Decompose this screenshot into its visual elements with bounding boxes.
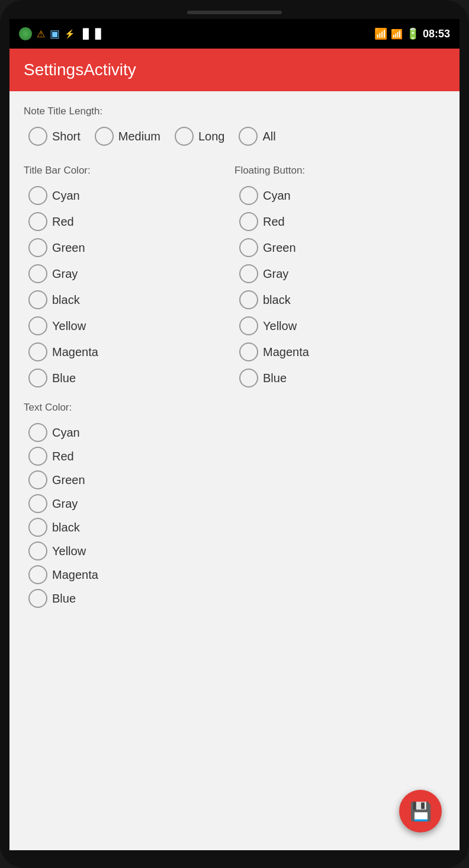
tbc-red[interactable]: Red (24, 210, 234, 233)
radio-tbc-black[interactable] (28, 290, 47, 309)
text-color-label: Text Color: (24, 402, 445, 414)
tc-black[interactable]: black (24, 515, 445, 539)
radio-tbc-cyan[interactable] (28, 186, 47, 205)
tc-magenta-label: Magenta (52, 568, 98, 582)
tc-black-label: black (52, 521, 80, 534)
radio-option-medium[interactable]: Medium (90, 124, 165, 148)
tc-green-label: Green (52, 473, 85, 487)
usb-icon: ⚡ (65, 29, 75, 39)
radio-option-short[interactable]: Short (24, 124, 85, 148)
title-bar-color-label: Title Bar Color: (24, 165, 234, 177)
tbc-gray-label: Gray (52, 267, 78, 281)
warning-icon: ⚠ (37, 28, 45, 40)
fb-red-label: Red (263, 215, 285, 229)
fb-black[interactable]: black (234, 288, 445, 312)
phone-frame: ⚠ ▣ ⚡ ▐▌▐▌ 📶 📶 🔋 08:53 SettingsActivity … (0, 0, 469, 868)
radio-tbc-gray[interactable] (28, 264, 47, 283)
app-bar-title: SettingsActivity (24, 60, 445, 79)
tbc-magenta[interactable]: Magenta (24, 340, 234, 364)
radio-medium[interactable] (95, 127, 114, 146)
radio-tbc-green[interactable] (28, 238, 47, 257)
radio-fb-cyan[interactable] (239, 186, 258, 205)
radio-fb-magenta[interactable] (239, 342, 258, 361)
tbc-cyan-label: Cyan (52, 189, 80, 203)
radio-tc-cyan[interactable] (28, 423, 47, 442)
save-button[interactable]: 💾 (399, 790, 442, 832)
fb-green-label: Green (263, 241, 296, 255)
radio-tbc-blue[interactable] (28, 369, 47, 387)
signal-bars-icon: 📶 (391, 28, 403, 40)
tbc-yellow-label: Yellow (52, 319, 86, 333)
radio-fb-black[interactable] (239, 290, 258, 309)
tc-cyan[interactable]: Cyan (24, 421, 445, 444)
tc-green[interactable]: Green (24, 468, 445, 492)
tbc-green[interactable]: Green (24, 236, 234, 260)
fb-yellow[interactable]: Yellow (234, 314, 445, 338)
floating-button-color-section: Floating Button: Cyan Red Green (234, 160, 445, 392)
radio-all-label: All (262, 130, 275, 143)
fb-cyan-label: Cyan (263, 189, 291, 203)
content-area: Note Title Length: Short Medium Long All (9, 91, 460, 850)
tbc-gray[interactable]: Gray (24, 262, 234, 286)
title-bar-color-section: Title Bar Color: Cyan Red Green (24, 160, 234, 392)
fb-green[interactable]: Green (234, 236, 445, 260)
tbc-black[interactable]: black (24, 288, 234, 312)
tc-magenta[interactable]: Magenta (24, 563, 445, 587)
fb-gray-label: Gray (263, 267, 288, 281)
phone-bottom-bar (9, 850, 460, 868)
tc-gray[interactable]: Gray (24, 492, 445, 515)
radio-tbc-red[interactable] (28, 212, 47, 231)
tc-cyan-label: Cyan (52, 426, 80, 440)
radio-option-all[interactable]: All (234, 124, 280, 148)
fb-red[interactable]: Red (234, 210, 445, 233)
radio-long-label: Long (198, 130, 225, 143)
radio-fb-gray[interactable] (239, 264, 258, 283)
radio-tbc-yellow[interactable] (28, 316, 47, 335)
radio-tc-gray[interactable] (28, 494, 47, 513)
radio-fb-green[interactable] (239, 238, 258, 257)
radio-short[interactable] (28, 127, 47, 146)
two-col-color-section: Title Bar Color: Cyan Red Green (24, 160, 445, 392)
radio-medium-label: Medium (118, 130, 160, 143)
radio-short-label: Short (52, 130, 81, 143)
radio-tc-yellow[interactable] (28, 542, 47, 560)
status-icons-right: 📶 📶 🔋 08:53 (374, 27, 450, 40)
floating-button-label: Floating Button: (234, 165, 445, 177)
radio-tbc-magenta[interactable] (28, 342, 47, 361)
save-icon: 💾 (410, 801, 432, 822)
tbc-blue[interactable]: Blue (24, 366, 234, 390)
signal-dot-icon (19, 27, 32, 40)
fb-yellow-label: Yellow (263, 319, 297, 333)
note-title-length-options: Short Medium Long All (24, 124, 445, 148)
fb-cyan[interactable]: Cyan (234, 184, 445, 207)
tbc-cyan[interactable]: Cyan (24, 184, 234, 207)
tbc-blue-label: Blue (52, 371, 76, 385)
fb-gray[interactable]: Gray (234, 262, 445, 286)
tc-blue[interactable]: Blue (24, 587, 445, 610)
radio-all[interactable] (239, 127, 258, 146)
radio-tc-blue[interactable] (28, 589, 47, 608)
tc-yellow[interactable]: Yellow (24, 539, 445, 563)
status-icons-left: ⚠ ▣ ⚡ ▐▌▐▌ (19, 27, 104, 40)
fb-blue[interactable]: Blue (234, 366, 445, 390)
storage-icon: ▣ (50, 27, 60, 40)
radio-tc-magenta[interactable] (28, 565, 47, 584)
radio-fb-red[interactable] (239, 212, 258, 231)
note-title-length-label: Note Title Length: (24, 105, 445, 117)
radio-tc-black[interactable] (28, 518, 47, 537)
radio-long[interactable] (175, 127, 194, 146)
phone-speaker (187, 11, 282, 14)
radio-fb-blue[interactable] (239, 369, 258, 387)
radio-fb-yellow[interactable] (239, 316, 258, 335)
fb-magenta-label: Magenta (263, 345, 309, 359)
fb-magenta[interactable]: Magenta (234, 340, 445, 364)
radio-tc-red[interactable] (28, 447, 47, 466)
tbc-yellow[interactable]: Yellow (24, 314, 234, 338)
tc-red[interactable]: Red (24, 444, 445, 468)
app-screen: SettingsActivity Note Title Length: Shor… (9, 49, 460, 850)
wifi-icon: 📶 (374, 27, 387, 40)
tc-yellow-label: Yellow (52, 544, 86, 558)
status-bar: ⚠ ▣ ⚡ ▐▌▐▌ 📶 📶 🔋 08:53 (9, 19, 460, 49)
radio-tc-green[interactable] (28, 470, 47, 489)
radio-option-long[interactable]: Long (170, 124, 230, 148)
